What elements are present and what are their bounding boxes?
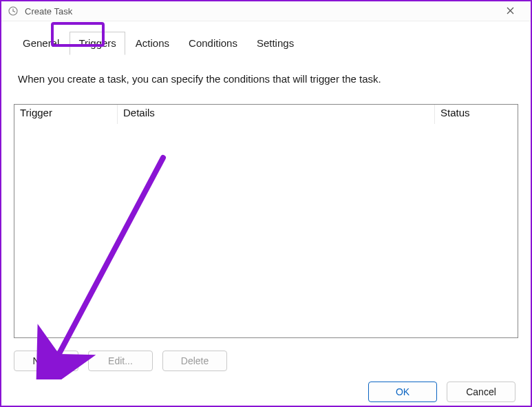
close-button[interactable] xyxy=(495,1,525,21)
tab-actions[interactable]: Actions xyxy=(127,32,178,55)
tab-description: When you create a task, you can specify … xyxy=(18,73,514,85)
column-details[interactable]: Details xyxy=(118,105,435,124)
titlebar: Create Task xyxy=(1,1,531,21)
svg-line-2 xyxy=(13,11,15,12)
triggers-listview[interactable]: Trigger Details Status xyxy=(14,104,518,338)
trigger-action-buttons: New... Edit... Delete xyxy=(14,351,518,371)
delete-button[interactable]: Delete xyxy=(162,351,227,371)
cancel-button[interactable]: Cancel xyxy=(447,382,515,402)
tab-general[interactable]: General xyxy=(14,32,68,55)
edit-button[interactable]: Edit... xyxy=(88,351,153,371)
tab-conditions[interactable]: Conditions xyxy=(180,32,246,55)
dialog-body: General Triggers Actions Conditions Sett… xyxy=(1,21,531,378)
dialog-footer: OK Cancel xyxy=(1,378,531,406)
tab-triggers[interactable]: Triggers xyxy=(70,32,125,55)
list-header: Trigger Details Status xyxy=(14,105,518,124)
tab-strip: General Triggers Actions Conditions Sett… xyxy=(14,31,518,55)
tab-settings[interactable]: Settings xyxy=(248,32,303,55)
window-title: Create Task xyxy=(25,6,495,17)
create-task-dialog: Create Task General Triggers Actions Con… xyxy=(0,0,532,407)
new-button[interactable]: New... xyxy=(14,351,78,371)
ok-button[interactable]: OK xyxy=(368,382,437,402)
column-status[interactable]: Status xyxy=(435,105,518,124)
column-trigger[interactable]: Trigger xyxy=(14,105,118,124)
close-icon xyxy=(507,6,514,17)
clock-icon xyxy=(7,5,19,17)
